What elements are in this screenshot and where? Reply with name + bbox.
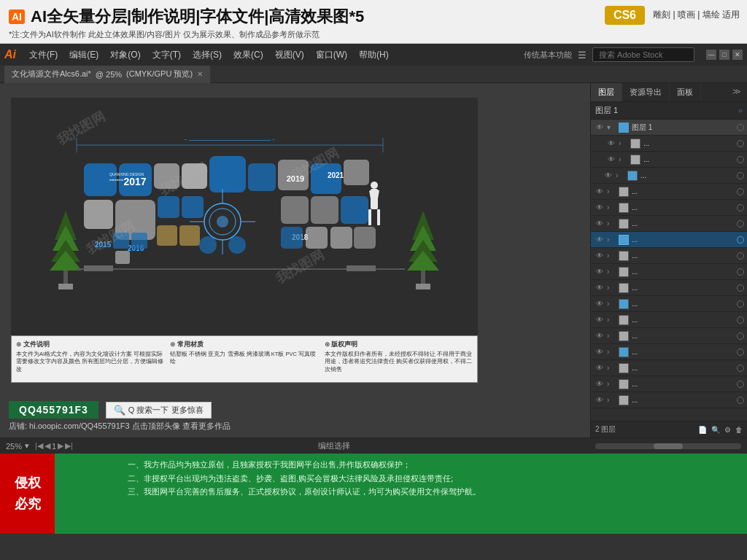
layer-item[interactable]: 👁 › ... xyxy=(591,264,747,280)
layer-item[interactable]: 👁 › ... xyxy=(591,184,747,200)
layer-target-circle[interactable] xyxy=(737,188,744,195)
layer-target-circle[interactable] xyxy=(737,268,744,276)
menu-effect[interactable]: 效果(C) xyxy=(228,46,269,64)
zoom-control[interactable]: 25% ▾ xyxy=(6,441,29,451)
layer-expand-arrow[interactable]: › xyxy=(607,187,616,195)
canvas-area[interactable]: 我找图网 我找图网 我找图网 我找图网 我找图网 ←——————————————… xyxy=(0,83,590,438)
scrollbar-thumb[interactable] xyxy=(654,443,683,449)
layer-options-button[interactable]: ⚙ xyxy=(724,426,731,434)
layer-item[interactable]: 👁 › ... xyxy=(591,360,747,376)
layer-eye-icon[interactable]: 👁 xyxy=(594,250,605,262)
layer-item[interactable]: 👁 › ... xyxy=(591,280,747,296)
layers-list[interactable]: 👁 ▾ 图层 1 👁 › ... 👁 › ... xyxy=(591,120,747,421)
layer-expand-arrow[interactable]: ▾ xyxy=(607,123,616,131)
horizontal-scrollbar[interactable] xyxy=(595,443,741,449)
layer-eye-icon[interactable]: 👁 xyxy=(594,394,605,406)
layer-target-circle[interactable] xyxy=(737,365,744,372)
workspace-icon[interactable]: ☰ xyxy=(578,50,587,61)
layer-eye-icon[interactable]: 👁 xyxy=(605,138,617,149)
layer-eye-icon[interactable]: 👁 xyxy=(594,298,605,310)
layer-expand-arrow[interactable]: › xyxy=(607,316,616,324)
layer-eye-icon[interactable]: 👁 xyxy=(594,346,605,358)
layer-expand-arrow[interactable]: › xyxy=(607,252,616,260)
layer-item[interactable]: 👁 › ... xyxy=(591,376,747,392)
layer-item[interactable]: 👁 › ... xyxy=(591,168,747,184)
layer-eye-icon[interactable]: 👁 xyxy=(594,362,605,374)
layer-eye-icon[interactable]: 👁 xyxy=(594,122,605,133)
menu-help[interactable]: 帮助(H) xyxy=(353,46,395,64)
menu-edit[interactable]: 编辑(E) xyxy=(63,46,104,64)
close-button[interactable]: ✕ xyxy=(732,50,743,60)
document-tab[interactable]: 文化墙源文件Alcs6.ai* @ 25% (CMYK/GPU 预览) ✕ xyxy=(4,66,211,83)
layer-target-circle[interactable] xyxy=(737,252,744,260)
layer-expand-arrow[interactable]: › xyxy=(616,171,624,179)
maximize-button[interactable]: □ xyxy=(719,50,729,60)
layer-target-circle[interactable] xyxy=(737,332,744,340)
layer-eye-icon[interactable]: 👁 xyxy=(594,314,605,326)
layer-expand-arrow[interactable]: › xyxy=(607,300,616,308)
layer-eye-icon[interactable]: 👁 xyxy=(594,266,605,278)
layer-eye-icon[interactable]: 👁 xyxy=(594,202,605,214)
stock-search-input[interactable] xyxy=(592,47,694,62)
layer-expand-arrow[interactable]: › xyxy=(607,396,616,404)
layer-expand-arrow[interactable]: › xyxy=(607,236,616,244)
layer-item[interactable]: 👁 › ... xyxy=(591,216,747,232)
layer-target-circle[interactable] xyxy=(737,124,744,131)
new-layer-button[interactable]: 📄 xyxy=(698,426,707,434)
menu-view[interactable]: 视图(V) xyxy=(269,46,310,64)
layer-target-circle[interactable] xyxy=(737,397,744,404)
nav-controls[interactable]: |◀ ◀ 1 ▶ ▶| xyxy=(35,441,73,451)
nav-next-button[interactable]: ▶ xyxy=(58,441,63,451)
layer-item[interactable]: 👁 › ... xyxy=(591,232,747,248)
layer-target-circle[interactable] xyxy=(737,349,744,356)
tab-assets[interactable]: 资源导出 xyxy=(622,83,670,101)
menu-select[interactable]: 选择(S) xyxy=(187,46,228,64)
layer-expand-arrow[interactable]: › xyxy=(607,348,616,356)
layer-expand-arrow[interactable]: › xyxy=(607,203,616,211)
layer-eye-icon[interactable]: 👁 xyxy=(605,154,617,166)
layer-item[interactable]: 👁 ▾ 图层 1 xyxy=(591,120,747,136)
layer-item[interactable]: 👁 › ... xyxy=(591,296,747,312)
layer-eye-icon[interactable]: 👁 xyxy=(594,234,605,246)
search-layers-button[interactable]: 🔍 xyxy=(711,426,720,434)
layer-expand-arrow[interactable]: › xyxy=(619,155,627,163)
menu-object[interactable]: 对象(O) xyxy=(104,46,146,64)
layer-target-circle[interactable] xyxy=(737,284,744,292)
menu-window[interactable]: 窗口(W) xyxy=(310,46,353,64)
layer-target-circle[interactable] xyxy=(737,156,744,163)
layer-eye-icon[interactable]: 👁 xyxy=(594,330,605,342)
layer-target-circle[interactable] xyxy=(737,316,744,324)
zoom-dropdown-icon[interactable]: ▾ xyxy=(25,441,29,451)
layer-item[interactable]: 👁 › ... xyxy=(591,312,747,328)
layer-target-circle[interactable] xyxy=(737,204,744,211)
layer-expand-arrow[interactable]: › xyxy=(619,139,627,147)
layer-eye-icon[interactable]: 👁 xyxy=(594,218,605,230)
layer-item[interactable]: 👁 › ... xyxy=(591,392,747,408)
layer-target-circle[interactable] xyxy=(737,172,744,179)
layer-expand-arrow[interactable]: › xyxy=(607,380,616,388)
menu-text[interactable]: 文字(T) xyxy=(147,46,187,64)
layer-eye-icon[interactable]: 👁 xyxy=(603,170,614,182)
layer-target-circle[interactable] xyxy=(737,140,744,147)
layer-item[interactable]: 👁 › ... xyxy=(591,200,747,216)
layer-eye-icon[interactable]: 👁 xyxy=(594,282,605,294)
nav-prev-button[interactable]: ◀ xyxy=(44,441,50,451)
nav-last-button[interactable]: ▶| xyxy=(65,441,73,451)
tab-layers[interactable]: 图层 xyxy=(591,83,622,101)
nav-first-button[interactable]: |◀ xyxy=(35,441,43,451)
layer-target-circle[interactable] xyxy=(737,381,744,388)
layer-item[interactable]: 👁 › ... xyxy=(591,328,747,344)
layer-expand-arrow[interactable]: › xyxy=(607,219,616,228)
delete-layer-button[interactable]: 🗑 xyxy=(735,426,743,434)
layer-item[interactable]: 👁 › ... xyxy=(591,152,747,168)
layer-item[interactable]: 👁 › ... xyxy=(591,344,747,360)
layer-expand-arrow[interactable]: › xyxy=(607,332,616,340)
layer-eye-icon[interactable]: 👁 xyxy=(594,186,605,198)
panel-collapse-button[interactable]: ≫ xyxy=(727,83,747,101)
minimize-button[interactable]: — xyxy=(706,50,716,60)
layer-target-circle[interactable] xyxy=(737,220,744,228)
menu-file[interactable]: 文件(F) xyxy=(23,46,63,64)
layer-expand-arrow[interactable]: › xyxy=(607,268,616,276)
layer-expand-arrow[interactable]: › xyxy=(607,364,616,372)
layer-target-circle[interactable] xyxy=(737,236,744,244)
